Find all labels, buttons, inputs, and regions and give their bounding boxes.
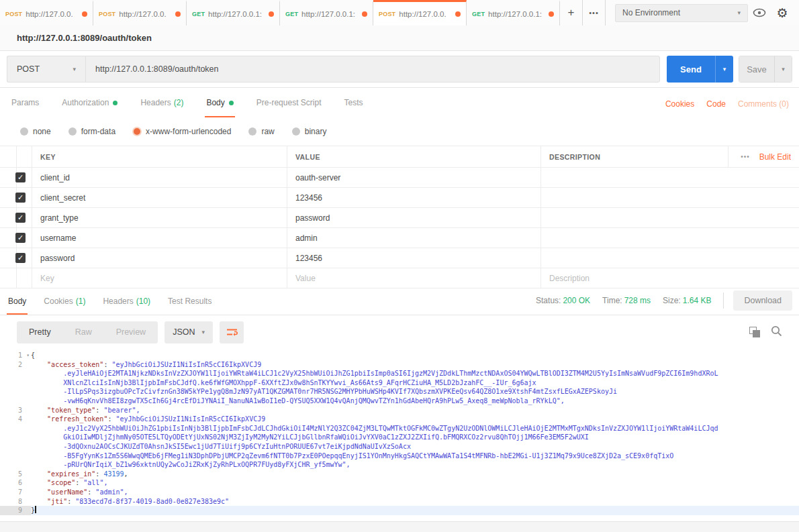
value-cell[interactable]: oauth-server [287,168,541,187]
row-checkbox[interactable]: ✓ [15,172,26,182]
tab-params[interactable]: Params [10,98,40,117]
view-mode-preview[interactable]: Preview [104,327,158,337]
text-wrap-icon [226,327,238,337]
response-status-group: Status:200 OKTime:728 msSize:1.64 KB [536,296,723,305]
code-line: -B5FgYynKs1Zm5S6WwqQMEb6jFMeg1iN3DphDPbj… [0,451,799,461]
key-cell[interactable]: Key [32,268,287,288]
tab-headers[interactable]: Headers(10) [101,297,152,315]
table-row: ✓client_idoauth-server [0,168,799,188]
environment-quick-look-button[interactable] [748,0,771,25]
tab-tests[interactable]: Tests [342,98,364,117]
view-mode-pretty[interactable]: Pretty [17,327,63,337]
request-tab[interactable]: GEThttp://127.0.0.1: [467,0,560,25]
request-tab[interactable]: GEThttp://127.0.0.1: [187,0,280,25]
body-mode-none[interactable]: none [20,127,51,136]
format-selected-label: JSON [173,327,195,337]
description-cell[interactable] [541,228,799,248]
status-item: Time:728 ms [602,296,651,305]
key-cell[interactable]: grant_type [32,208,287,227]
row-checkbox[interactable]: ✓ [15,233,26,243]
tab-count: (10) [136,297,150,306]
save-button[interactable]: Save [739,56,774,82]
tab-pre-request-script[interactable]: Pre-request Script [255,98,323,117]
request-tab[interactable]: POSThttp://127.0.0. [373,0,467,25]
green-dot-icon [229,101,234,105]
request-section-tabs: ParamsAuthorizationHeaders(2)BodyPre-req… [0,88,799,117]
row-checkbox[interactable]: ✓ [15,193,26,203]
description-cell[interactable] [541,188,799,207]
search-button[interactable] [771,325,782,339]
tab-body[interactable]: Body [205,98,234,117]
tab-body[interactable]: Body [7,297,28,315]
line-number [0,369,31,378]
settings-button[interactable]: ⚙ [771,0,794,25]
row-checkbox[interactable]: ✓ [15,253,26,263]
key-cell[interactable]: password [32,248,287,268]
code-line: -3dQOxnu2AOCsCJKUZdT0AhsnJkSI5Ewc1jUd7Ti… [0,442,799,451]
response-right-icons [749,325,782,339]
description-cell[interactable] [541,208,799,227]
radio-icon [20,127,28,136]
format-select[interactable]: JSON ▾ [164,321,213,343]
request-tab[interactable]: GEThttp://127.0.0.1: [280,0,373,25]
value-cell[interactable]: 123456 [287,248,541,268]
description-cell[interactable] [541,248,799,268]
tab-test-results[interactable]: Test Results [167,297,213,315]
request-tab[interactable]: POSThttp://127.0.0. [93,0,187,25]
method-badge: POST [5,11,22,17]
tab-options-button[interactable]: ••• [583,0,606,25]
table-placeholder-row: KeyValueDescription [0,268,799,288]
key-cell[interactable]: client_id [32,168,287,187]
download-button[interactable]: Download [733,290,792,311]
bulk-edit-link[interactable]: Bulk Edit [759,152,791,162]
environment-select[interactable]: No Environment ▾ [615,4,748,22]
code-text: "token_type": "bearer", [31,406,799,415]
fold-caret-icon[interactable]: ▾ [26,351,30,360]
body-mode-raw[interactable]: raw [248,127,274,136]
response-body-editor[interactable]: 1▾{2 "access_token": "eyJhbGciOiJSUzI1Ni… [0,349,799,522]
comments-link[interactable]: Comments (0) [738,99,789,109]
code-link[interactable]: Code [706,99,726,109]
body-mode-binary[interactable]: binary [292,127,327,136]
code-line: 1▾{ [0,351,799,360]
cookies-link[interactable]: Cookies [665,99,694,109]
value-column-header: VALUE [287,146,541,167]
row-checkbox[interactable]: ✓ [15,213,26,223]
key-cell[interactable]: username [32,228,287,248]
tab-label: Headers [140,98,171,107]
tab-cookies[interactable]: Cookies(1) [42,297,87,315]
send-button[interactable]: Send [667,56,715,83]
line-number [0,451,31,461]
unsaved-dot-icon [362,11,367,17]
view-mode-raw[interactable]: Raw [63,327,104,337]
method-select[interactable]: POST ▾ [7,56,85,83]
description-cell[interactable]: Description [541,268,799,288]
new-tab-button[interactable]: + [560,0,583,25]
save-options-button[interactable]: ▾ [774,56,792,82]
body-mode-form-data[interactable]: form-data [68,127,115,136]
wrap-lines-button[interactable] [220,321,244,343]
code-text: "expires_in": 43199, [31,470,799,479]
request-tab[interactable]: POSThttp://127.0.0. [0,0,93,25]
value-cell[interactable]: admin [287,228,541,248]
line-number [0,433,31,442]
value-cell[interactable]: Value [287,268,541,288]
method-badge: POST [99,11,115,17]
send-options-button[interactable]: ▾ [715,56,733,83]
tab-count: (1) [76,297,86,306]
tab-url-label: http://127.0.0.1: [488,10,546,18]
value-cell[interactable]: 123456 [287,188,541,207]
body-mode-x-www-form-urlencoded[interactable]: x-www-form-urlencoded [133,127,231,136]
key-cell[interactable]: client_secret [32,188,287,207]
checkbox-cell: ✓ [9,168,32,187]
table-options-icon[interactable]: ••• [741,153,750,160]
code-text: .eyJ1c2VyX25hbWUiOiJhZG1pbiIsInNjb3BlIjp… [31,424,799,433]
value-cell[interactable]: password [287,208,541,227]
code-text: "jti": "833ecd7d-8f37-4019-8ad0-0e827e38… [31,497,799,507]
tab-authorization[interactable]: Authorization [60,98,119,117]
tab-headers[interactable]: Headers(2) [139,98,185,117]
copy-button[interactable] [749,327,760,337]
description-cell[interactable] [541,168,799,187]
url-input[interactable]: http://127.0.0.1:8089/oauth/token [85,56,660,83]
code-text: -3dQOxnu2AOCsCJKUZdT0AhsnJkSI5Ewc1jUd7Ti… [31,442,799,451]
